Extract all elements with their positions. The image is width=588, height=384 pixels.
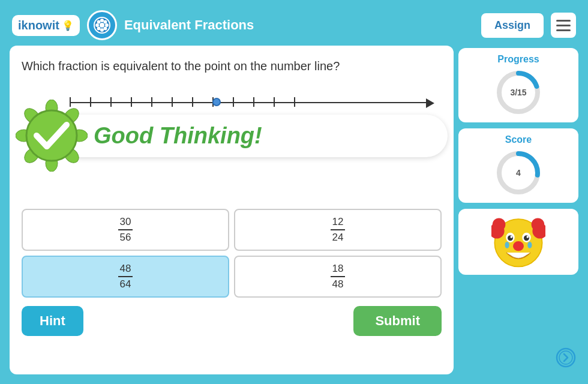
svg-point-11: [46, 155, 58, 172]
svg-point-27: [532, 218, 545, 231]
tick-3: [131, 97, 132, 107]
hint-button[interactable]: Hint: [22, 306, 83, 336]
svg-point-1: [100, 23, 104, 28]
question-text: Which fraction is equivalent to the poin…: [22, 58, 442, 74]
answer-grid: 30 56 12 24 48 64: [22, 209, 442, 298]
svg-point-10: [46, 100, 58, 116]
progress-section: Progress 3/15: [458, 48, 578, 122]
svg-point-5: [105, 23, 109, 27]
header: iknowit 💡 Equivalent Fractions: [5, 5, 583, 46]
menu-line-3: [556, 29, 571, 31]
fraction-2-num: 12: [331, 216, 345, 230]
svg-point-6: [97, 20, 100, 24]
svg-point-35: [527, 242, 532, 248]
clown-section: [458, 209, 578, 275]
svg-point-12: [16, 130, 32, 142]
nav-arrow[interactable]: [553, 345, 578, 374]
content-area: Which fraction is equivalent to the poin…: [5, 46, 583, 379]
fraction-1-den: 56: [118, 232, 133, 244]
tick-6: [192, 97, 193, 107]
number-line-area: [58, 84, 442, 120]
svg-point-15: [61, 145, 82, 166]
lesson-icon: [87, 10, 117, 40]
fraction-2: 12 24: [331, 216, 345, 244]
tick-9: [253, 97, 254, 107]
answer-option-3[interactable]: 48 64: [22, 256, 229, 298]
answer-option-4[interactable]: 18 48: [234, 256, 442, 298]
number-line-point: [212, 98, 221, 106]
feedback-banner: Good Thinking!: [58, 115, 448, 157]
main-panel: Which fraction is equivalent to the poin…: [10, 46, 454, 374]
tick-11: [294, 97, 295, 107]
number-line: [70, 102, 430, 103]
svg-point-14: [22, 106, 42, 126]
score-value: 4: [516, 168, 521, 178]
inner-wrap: iknowit 💡 Equivalent Fractions: [5, 5, 583, 379]
svg-point-2: [100, 19, 104, 22]
svg-point-31: [524, 235, 529, 241]
tick-10: [274, 97, 275, 107]
menu-line-2: [556, 25, 571, 26]
svg-point-33: [527, 236, 529, 238]
tick-5: [172, 97, 173, 107]
menu-button[interactable]: [551, 13, 576, 38]
lightbulb-icon: 💡: [62, 20, 74, 31]
logo: iknowit 💡: [12, 15, 80, 36]
svg-point-25: [493, 218, 506, 231]
fraction-4-num: 18: [331, 263, 345, 277]
svg-point-17: [22, 145, 42, 166]
score-label: Score: [505, 134, 532, 145]
answer-option-2[interactable]: 12 24: [234, 209, 442, 251]
svg-point-9: [97, 27, 100, 31]
progress-value: 3/15: [510, 88, 526, 97]
app-container: iknowit 💡 Equivalent Fractions: [0, 0, 588, 384]
tick-1: [90, 97, 91, 107]
fraction-3-num: 48: [118, 263, 133, 277]
submit-button[interactable]: Submit: [353, 306, 442, 336]
assign-button[interactable]: Assign: [481, 13, 544, 38]
progress-label: Progress: [497, 54, 539, 65]
tick-0: [70, 97, 71, 107]
bottom-buttons: Hint Submit: [22, 306, 442, 336]
feedback-text: Good Thinking!: [94, 123, 262, 148]
clown-icon: [491, 215, 545, 269]
tick-2: [110, 97, 112, 107]
fraction-2-den: 24: [331, 232, 345, 244]
fraction-1-num: 30: [118, 216, 133, 230]
fraction-3-den: 64: [118, 278, 133, 290]
number-line-arrow: [426, 98, 434, 108]
fraction-4-den: 48: [331, 278, 345, 290]
svg-point-38: [559, 351, 572, 364]
svg-point-36: [513, 241, 524, 251]
svg-point-7: [103, 27, 107, 31]
fraction-4: 18 48: [331, 263, 345, 290]
tick-4: [151, 97, 152, 107]
svg-point-34: [505, 242, 509, 248]
progress-circle: 3/15: [494, 68, 542, 116]
tick-8: [233, 97, 234, 107]
score-section: Score 4: [458, 128, 578, 203]
svg-point-30: [508, 235, 513, 241]
navigate-icon: [556, 347, 576, 368]
film-reel-icon: [93, 16, 111, 34]
fraction-3: 48 64: [118, 263, 133, 290]
svg-point-13: [71, 130, 88, 142]
lesson-title: Equivalent Fractions: [124, 17, 474, 33]
svg-point-8: [103, 20, 107, 24]
fraction-1: 30 56: [118, 216, 133, 244]
svg-point-3: [100, 28, 104, 32]
svg-point-32: [511, 236, 513, 238]
logo-text: iknowit: [18, 19, 59, 32]
svg-point-4: [95, 23, 99, 27]
side-panel: Progress 3/15 Score: [458, 46, 578, 374]
answer-option-1[interactable]: 30 56: [22, 209, 229, 251]
score-circle: 4: [494, 149, 542, 197]
menu-line-1: [556, 20, 571, 22]
